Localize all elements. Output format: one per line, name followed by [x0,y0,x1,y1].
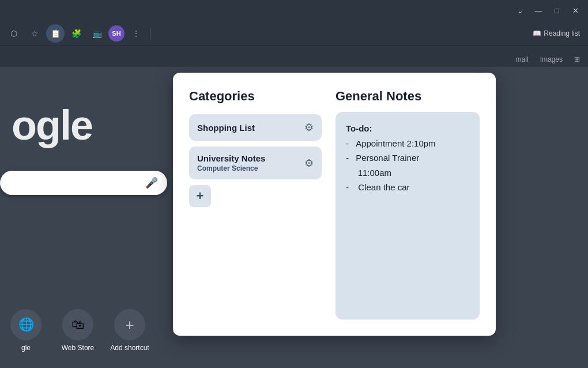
minimize-button[interactable]: — [530,2,546,18]
notes-prefix-4: - [346,180,349,195]
apps-grid-icon[interactable]: ⊞ [571,54,583,65]
images-link[interactable]: Images [537,54,566,65]
notes-prefix-1: - [346,136,349,151]
notes-line-4: - Clean the car [346,180,469,195]
category-name-university: University Notes [197,153,265,163]
close-button[interactable]: ✕ [567,2,583,18]
shortcut-item-webstore[interactable]: 🛍 Web Store [52,305,104,356]
titlebar: ⌄ — □ ✕ [0,0,588,21]
add-shortcut-icon: + [114,309,145,340]
toolbar-separator [150,28,150,39]
categories-panel: Categories Shopping List ⚙ University No… [189,89,322,320]
category-sub-university: Computer Science [197,164,265,172]
notes-text-1: Appointment 2:10pm [356,136,435,151]
browser-tabs: mail Images ⊞ [0,46,588,67]
notes-panel: General Notes To-do: - Appointment 2:10p… [336,89,480,320]
google-shortcut-icon: 🌐 [10,309,42,340]
search-bar: 🎤 [0,171,167,195]
search-input[interactable] [9,178,145,187]
shortcut-item-add[interactable]: + Add shortcut [104,305,156,356]
popup-overlay: Categories Shopping List ⚙ University No… [173,67,588,368]
main-content: ogle 🎤 🌐 gle 🛍 Web Store + Add shortcut [0,67,588,368]
notes-line-3: 11:00am [346,166,469,181]
category-item-university[interactable]: University Notes Computer Science ⚙ [189,147,322,179]
menu-icon[interactable]: ⋮ [127,24,145,43]
notes-text-2: Personal Trainer [356,151,419,166]
category-item-shopping[interactable]: Shopping List ⚙ [189,114,322,141]
notes-extension-icon[interactable]: 📋 [46,24,65,43]
notes-line-0: To-do: [346,121,469,136]
tabs-right-area: mail Images ⊞ [512,54,583,67]
notes-line-1: - Appointment 2:10pm [346,136,469,151]
reading-list-label: Reading list [544,29,580,37]
cast-icon[interactable]: 📺 [88,24,106,43]
reading-list-button[interactable]: 📖 Reading list [529,27,583,40]
webstore-shortcut-label: Web Store [62,344,94,352]
notes-prefix-0: To-do: [346,121,372,136]
mail-link[interactable]: mail [512,54,532,65]
add-category-button[interactable]: + [189,185,211,207]
category-info-shopping: Shopping List [197,123,255,133]
shortcuts-row: 🌐 gle 🛍 Web Store + Add shortcut [0,305,156,356]
webstore-shortcut-icon: 🛍 [62,309,93,340]
category-info-university: University Notes Computer Science [197,153,265,172]
gear-icon-shopping[interactable]: ⚙ [304,121,314,134]
categories-title: Categories [189,89,322,104]
notes-title: General Notes [336,89,480,104]
google-logo: ogle [12,102,92,149]
gear-icon-university[interactable]: ⚙ [304,157,314,170]
mic-icon[interactable]: 🎤 [145,177,158,189]
google-shortcut-label: gle [21,344,31,352]
reading-list-icon: 📖 [533,29,541,37]
add-shortcut-label: Add shortcut [110,344,149,352]
category-name-shopping: Shopping List [197,123,255,133]
toolbar-right: 📖 Reading list [529,27,583,40]
notes-text-3: 11:00am [353,166,391,181]
notes-line-2: - Personal Trainer [346,151,469,166]
notes-prefix-3 [346,166,350,181]
avatar[interactable]: SH [108,25,125,42]
notes-content[interactable]: To-do: - Appointment 2:10pm - Personal T… [336,112,480,320]
shortcut-item-google[interactable]: 🌐 gle [0,305,52,356]
maximize-button[interactable]: □ [549,2,565,18]
notes-prefix-2: - [346,151,349,166]
extensions-icon[interactable]: 🧩 [67,24,85,43]
chevron-down-icon[interactable]: ⌄ [512,2,528,18]
share-icon[interactable]: ⬡ [5,24,23,43]
plus-icon: + [197,189,204,204]
bookmark-icon[interactable]: ☆ [25,24,44,43]
browser-toolbar: ⬡ ☆ 📋 🧩 📺 SH ⋮ 📖 Reading list [0,21,588,46]
extension-popup: Categories Shopping List ⚙ University No… [173,73,496,336]
notes-text-4: Clean the car [356,180,409,195]
